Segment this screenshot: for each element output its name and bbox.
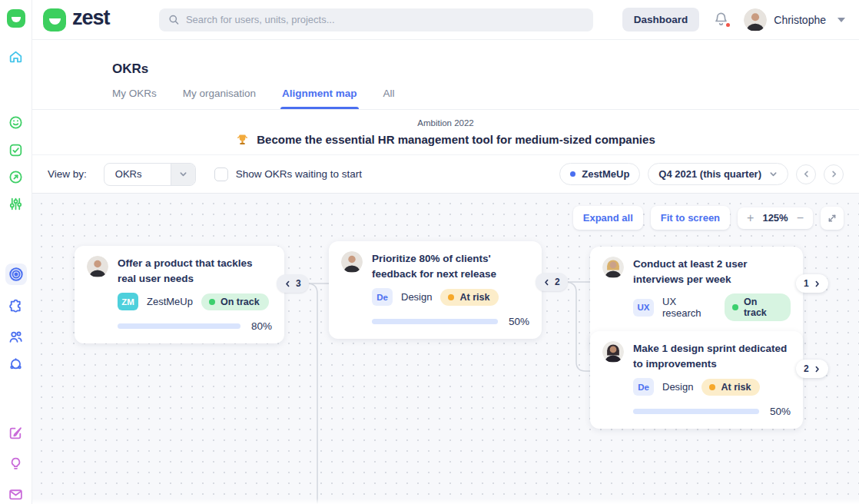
canvas-controls: Expand all Fit to screen + 125% − bbox=[573, 206, 844, 230]
view-by-select[interactable]: OKRs bbox=[104, 163, 196, 186]
status-dot-icon bbox=[709, 384, 715, 390]
tab-all[interactable]: All bbox=[383, 88, 395, 109]
users-icon[interactable] bbox=[5, 326, 27, 347]
tab-bar: My OKRs My organisation Alignment map Al… bbox=[112, 88, 859, 109]
user-menu[interactable]: Christophe bbox=[744, 8, 845, 32]
status-badge: On track bbox=[201, 293, 269, 310]
alignment-map-canvas[interactable]: Expand all Fit to screen + 125% − bbox=[32, 194, 859, 504]
unit-name: Design bbox=[662, 381, 693, 393]
owner-avatar bbox=[602, 341, 624, 363]
view-by-label: View by: bbox=[48, 168, 87, 180]
progress-label: 50% bbox=[509, 316, 529, 327]
status-badge: At risk bbox=[701, 379, 760, 396]
show-waiting-checkbox[interactable] bbox=[214, 167, 228, 181]
notifications-bell-icon[interactable] bbox=[713, 11, 730, 29]
chevron-down-icon bbox=[837, 18, 845, 22]
chevron-left-icon bbox=[543, 279, 550, 286]
search-icon bbox=[168, 14, 179, 25]
status-badge: At risk bbox=[440, 289, 499, 306]
fullscreen-button[interactable] bbox=[821, 207, 844, 230]
zoom-in-button[interactable]: + bbox=[747, 212, 754, 224]
chevron-left-icon bbox=[284, 280, 291, 287]
home-icon[interactable] bbox=[5, 45, 27, 67]
smiley-icon[interactable] bbox=[5, 111, 27, 133]
okr-card[interactable]: Offer a product that tackles real user n… bbox=[75, 246, 284, 343]
dashboard-button[interactable]: Dashboard bbox=[622, 8, 700, 32]
progress-bar bbox=[118, 323, 240, 329]
unit-badge: ZM bbox=[118, 293, 138, 310]
brand-name: zest bbox=[72, 6, 110, 30]
zest-logo-icon bbox=[43, 8, 66, 32]
puzzle-icon[interactable] bbox=[5, 295, 27, 317]
chevron-down-icon bbox=[769, 170, 778, 178]
zoom-out-button[interactable]: − bbox=[797, 212, 804, 224]
okr-title: Make 1 design sprint dedicated to improv… bbox=[633, 341, 791, 371]
zoom-level: 125% bbox=[762, 212, 788, 224]
progress-bar bbox=[372, 319, 498, 324]
notification-badge bbox=[725, 22, 731, 28]
topbar-right: Dashboard Christophe bbox=[622, 8, 845, 32]
check-square-icon[interactable] bbox=[5, 139, 27, 161]
quarter-label: Q4 2021 (this quarter) bbox=[658, 168, 761, 180]
owner-avatar bbox=[341, 251, 363, 273]
team-filter-pill[interactable]: ZestMeUp bbox=[559, 163, 640, 185]
status-badge: On track bbox=[725, 293, 791, 321]
unit-badge: De bbox=[372, 288, 393, 306]
status-dot-icon bbox=[209, 299, 215, 305]
search-input[interactable] bbox=[186, 14, 584, 25]
next-quarter-button[interactable] bbox=[824, 164, 844, 184]
zest-logo-icon[interactable] bbox=[7, 9, 25, 28]
trophy-icon bbox=[236, 133, 249, 146]
share-arrow-circle-icon[interactable] bbox=[5, 166, 27, 187]
expand-diagonal-icon bbox=[827, 213, 837, 224]
okr-target-icon[interactable] bbox=[5, 264, 27, 285]
tab-my-organisation[interactable]: My organisation bbox=[183, 88, 256, 109]
zoom-control: + 125% − bbox=[738, 207, 813, 229]
okr-title: Prioritize 80% of clients' feedback for … bbox=[372, 251, 529, 281]
sliders-icon[interactable] bbox=[5, 193, 27, 214]
smile-icon bbox=[49, 18, 61, 25]
chevron-right-icon bbox=[814, 366, 821, 373]
show-waiting-label: Show OKRs waiting to start bbox=[236, 168, 362, 180]
mail-icon[interactable] bbox=[5, 483, 27, 504]
view-by-value: OKRs bbox=[104, 164, 171, 185]
quarter-select[interactable]: Q4 2021 (this quarter) bbox=[648, 163, 788, 185]
expand-all-button[interactable]: Expand all bbox=[573, 206, 643, 230]
edit-pencil-icon[interactable] bbox=[5, 422, 27, 443]
lightbulb-icon[interactable] bbox=[5, 453, 27, 474]
page-header: OKRs My OKRs My organisation Alignment m… bbox=[32, 40, 859, 110]
progress-label: 80% bbox=[251, 320, 272, 332]
okr-card[interactable]: Make 1 design sprint dedicated to improv… bbox=[590, 331, 803, 429]
ambition-label: Ambition 2022 bbox=[417, 118, 474, 128]
zest-wordmark[interactable]: zest bbox=[43, 8, 110, 32]
previous-quarter-button[interactable] bbox=[796, 164, 816, 184]
chevron-left-icon bbox=[802, 170, 811, 178]
okr-card[interactable]: Prioritize 80% of clients' feedback for … bbox=[329, 241, 542, 339]
chevron-down-icon bbox=[171, 164, 195, 185]
bell-alt-icon[interactable] bbox=[5, 353, 27, 374]
tab-my-okrs[interactable]: My OKRs bbox=[112, 88, 157, 109]
filters-toolbar: View by: OKRs Show OKRs waiting to start… bbox=[32, 155, 859, 194]
linked-okrs-right-button[interactable]: 2 bbox=[796, 360, 828, 378]
owner-avatar bbox=[87, 256, 108, 277]
linked-okrs-left-button[interactable]: 3 bbox=[277, 274, 309, 293]
linked-okrs-right-button[interactable]: 1 bbox=[796, 274, 828, 293]
linked-okrs-left-button[interactable]: 2 bbox=[536, 273, 568, 291]
tab-alignment-map[interactable]: Alignment map bbox=[282, 88, 357, 109]
top-bar: zest Dashboard Christophe bbox=[32, 0, 859, 40]
search-bar[interactable] bbox=[159, 8, 593, 32]
okr-title: Conduct at least 2 user interviews per w… bbox=[633, 257, 791, 287]
ambition-title: Become the essential HR management tool … bbox=[257, 133, 655, 146]
unit-badge: De bbox=[633, 378, 654, 396]
user-avatar bbox=[744, 8, 767, 32]
unit-badge: UX bbox=[633, 299, 654, 317]
user-name: Christophe bbox=[774, 14, 826, 26]
ambition-banner: Ambition 2022 Become the essential HR ma… bbox=[32, 110, 859, 155]
status-dot-icon bbox=[732, 304, 738, 310]
app-window: zest Dashboard Christophe bbox=[0, 0, 859, 504]
sidebar bbox=[0, 0, 32, 504]
okr-title: Offer a product that tackles real user n… bbox=[118, 256, 272, 286]
owner-avatar bbox=[602, 257, 624, 278]
chevron-right-icon bbox=[814, 280, 821, 287]
fit-to-screen-button[interactable]: Fit to screen bbox=[651, 206, 730, 230]
